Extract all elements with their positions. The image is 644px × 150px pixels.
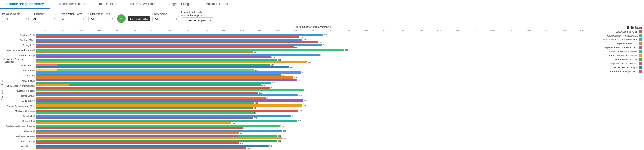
bar-row: 724601 xyxy=(36,89,591,94)
legend-item: CaseResolutionChart xyxy=(592,30,642,33)
organization-name-select[interactable]: All xyxy=(60,16,86,22)
bar-row: 652664 xyxy=(36,135,591,140)
y-axis-label: Cooper Group xyxy=(4,53,36,58)
package-name-filter: Package Name All xyxy=(2,13,29,22)
y-axis-label: Bradley, Walsh and Trevino xyxy=(4,124,36,129)
organization-type-filter: Organization Type All xyxy=(88,13,115,22)
svg-point-0 xyxy=(119,17,123,21)
legend-item-label: SupportPlus 360 Interface xyxy=(610,62,638,65)
legend-color-swatch xyxy=(639,66,642,69)
bar-row: 608633 xyxy=(36,84,591,89)
tab-usage-over-time[interactable]: Usage Over Time xyxy=(123,0,161,9)
legend-color-swatch xyxy=(639,70,642,73)
organization-name-filter: Organization Name All xyxy=(60,13,86,22)
organization-type-label: Organization Type xyxy=(88,13,115,15)
bar-row: 705636 xyxy=(36,79,591,84)
tab-custom-interactions[interactable]: Custom Interactions xyxy=(50,0,92,9)
package-name-select[interactable]: All xyxy=(2,16,29,22)
legend-item-label: ClientConnect Pro Interaction Suite xyxy=(601,38,638,41)
y-axis-label: Allen-Kelly xyxy=(4,73,36,78)
bar-row: 690587 xyxy=(36,114,591,119)
legend-item: ConfigMaster 360 User Experience xyxy=(592,46,642,49)
y-axis-label: Martinez PLC xyxy=(4,33,36,38)
legend-title: Entity Name xyxy=(592,26,642,29)
bar-row: 632684 xyxy=(36,64,591,69)
tab-feature-usage-summary[interactable]: Feature Usage Summary xyxy=(0,0,50,9)
legend-item: SupportPlus 360 Core xyxy=(592,58,642,61)
entity-name-filter: Entity Name All xyxy=(152,13,179,22)
interaction-month-filter: Interaction Month current fiscal year cu… xyxy=(181,11,213,23)
y-axis-label: Choi, Massey and Cannon xyxy=(4,83,36,88)
y-axis-label: Williams Inc xyxy=(4,98,36,103)
sort-label: Sort your data xyxy=(128,16,150,21)
y-axis-label: Rodriguez-Bowen xyxy=(4,134,36,139)
bar-row: 709615 xyxy=(36,94,591,99)
x-tick: 300 xyxy=(144,30,161,32)
bar-row: 665549 xyxy=(36,129,591,135)
x-tick: 1.4k xyxy=(537,30,555,32)
x-tick: 250 xyxy=(126,30,143,32)
x-tick: 50 xyxy=(54,30,72,32)
legend-color-swatch xyxy=(639,30,642,33)
legend-item-label: ClientConnect Pro Essentials xyxy=(607,34,638,37)
y-axis-label: Delacruz, Lee and Marshall xyxy=(4,48,36,53)
interaction-month-select[interactable]: current fiscal year xyxy=(181,17,213,23)
legend-item-label: VendorLink Pro Insights xyxy=(613,66,638,69)
y-axis-title-container: Organization Name xyxy=(0,25,4,150)
x-tick: 1.35k xyxy=(519,30,537,32)
y-axis-label: Torres Group xyxy=(4,93,36,98)
x-tick: 100 xyxy=(72,30,90,32)
organization-name-label: Organization Name xyxy=(60,13,86,15)
y-axis-label: Bennett Ltd xyxy=(4,119,36,124)
x-tick: 1.5k xyxy=(573,30,591,32)
legend-item-label: SupportPlus 360 Core xyxy=(614,58,638,61)
interaction-month-label: Interaction Month current fiscal year xyxy=(181,11,213,17)
legend-item-label: ConfigMaster 360 User Experience xyxy=(601,46,638,49)
entity-name-select[interactable]: All xyxy=(152,16,179,22)
x-tick: 1.25k xyxy=(484,30,501,32)
sort-button[interactable] xyxy=(117,14,126,23)
x-tick: 1k xyxy=(394,30,412,32)
y-axis-labels: Martinez PLCShelton-MillerZhang PLCDelac… xyxy=(4,25,36,150)
tab-unique-users[interactable]: Unique Users xyxy=(91,0,123,9)
x-tick: 1.05k xyxy=(412,30,430,32)
bar-row: 774697 xyxy=(36,43,591,48)
bar-row: 720583 xyxy=(36,104,591,109)
legend-item: ConfigMaster 360 Logic xyxy=(592,42,642,45)
y-axis-label: Morales LLC xyxy=(4,63,36,68)
x-tick: 800 xyxy=(322,30,340,32)
chart-title: Total Number of Interactions ↓ xyxy=(36,25,591,30)
y-axis-label: Martinez-Guerrero xyxy=(4,108,36,113)
subscriber-label: Subscriber xyxy=(31,13,57,15)
legend-item: VendorLink Pro Operations xyxy=(592,70,642,73)
tab-package-errors[interactable]: Package Errors xyxy=(200,0,234,9)
legend-item: ClientConnect Pro Interaction Suite xyxy=(592,38,642,41)
bar-row: 626567 xyxy=(36,145,591,150)
legend-color-swatch xyxy=(639,38,642,41)
x-tick: 650 xyxy=(269,30,286,32)
bar-row: 722589 xyxy=(36,99,591,104)
tab-usage-per-region[interactable]: Usage per Region xyxy=(161,0,200,9)
legend-item-label: ConfigMaster 360 Logic xyxy=(613,42,638,45)
x-tick: 350 xyxy=(161,30,179,32)
legend-item: VendorLink Pro Insights xyxy=(592,66,642,69)
subscriber-select[interactable]: All xyxy=(31,16,57,22)
legend-item: OrderFlow Max Processing xyxy=(592,54,642,57)
entity-name-label: Entity Name xyxy=(152,13,179,15)
x-tick: 900 xyxy=(358,30,376,32)
y-axis-label: Cabrera Ltd xyxy=(4,129,36,134)
y-axis-label: Sparks Ltd xyxy=(4,113,36,119)
subscriber-filter: Subscriber All xyxy=(31,13,57,22)
legend-color-swatch xyxy=(639,42,642,45)
x-tick: 550 xyxy=(233,30,251,32)
organization-type-select[interactable]: All xyxy=(88,16,115,22)
x-tick: 1.1k xyxy=(430,30,448,32)
bar-row: 720763 xyxy=(36,38,591,43)
app-container: Feature Usage Summary Custom Interaction… xyxy=(0,0,644,150)
x-tick: 600 xyxy=(251,30,269,32)
x-tick: 1.3k xyxy=(501,30,519,32)
legend-item-label: VendorLink Pro Operations xyxy=(609,70,638,73)
x-tick: 400 xyxy=(179,30,197,32)
checkmark-icon xyxy=(119,17,123,21)
y-axis-label: Garcia-Brown xyxy=(4,68,36,73)
